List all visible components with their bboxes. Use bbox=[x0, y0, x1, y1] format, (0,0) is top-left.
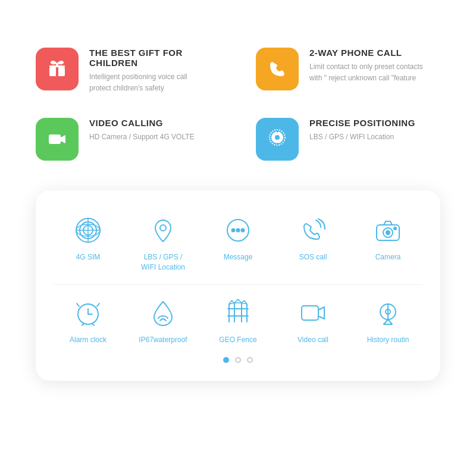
feature-location: PRECISE POSITIONING LBS / GPS / WIFI Loc… bbox=[256, 118, 440, 161]
videocall-label: Video call bbox=[298, 335, 328, 345]
alarmclock-icon bbox=[72, 297, 104, 329]
historyroutin-icon bbox=[372, 297, 404, 329]
gift-desc: Intelligent positioning voice callprotec… bbox=[89, 71, 220, 94]
icon-camera: Camera bbox=[353, 214, 422, 273]
gift-text: THE BEST GIFT FOR CHILDREN Intelligent p… bbox=[89, 48, 220, 94]
waterproof-label: IP67waterproof bbox=[139, 335, 187, 345]
videocall-icon bbox=[297, 297, 329, 329]
pagination-dot-3[interactable] bbox=[247, 357, 253, 363]
feature-video: VIDEO CALLING HD Camera / Support 4G VOL… bbox=[36, 118, 220, 161]
svg-point-6 bbox=[275, 135, 280, 140]
lbsgps-icon bbox=[147, 214, 179, 246]
features-card: 4G SIM LBS / GPS /WIFI Location Messag bbox=[36, 190, 440, 380]
icon-soscall: SOS call bbox=[278, 214, 347, 273]
svg-rect-4 bbox=[49, 134, 61, 144]
geofence-icon bbox=[222, 297, 254, 329]
message-label: Message bbox=[224, 252, 253, 262]
pagination-dot-2[interactable] bbox=[235, 357, 241, 363]
phone-icon bbox=[265, 57, 289, 81]
message-icon bbox=[222, 214, 254, 246]
page-container: THE BEST GIFT FOR CHILDREN Intelligent p… bbox=[0, 0, 476, 476]
svg-point-16 bbox=[232, 229, 235, 232]
gift-title: THE BEST GIFT FOR CHILDREN bbox=[89, 48, 220, 68]
feature-phone: 2-WAY PHONE CALL Limit contact to only p… bbox=[256, 48, 440, 94]
svg-point-21 bbox=[386, 231, 390, 234]
feature-gift: THE BEST GIFT FOR CHILDREN Intelligent p… bbox=[36, 48, 220, 94]
location-title: PRECISE POSITIONING bbox=[309, 118, 415, 128]
pagination bbox=[223, 357, 253, 363]
icon-lbsgps: LBS / GPS /WIFI Location bbox=[129, 214, 198, 273]
waterproof-icon bbox=[147, 297, 179, 329]
alarmclock-label: Alarm clock bbox=[70, 335, 107, 345]
svg-marker-33 bbox=[234, 299, 242, 303]
camera-label: Camera bbox=[375, 252, 401, 262]
video-icon-box bbox=[36, 118, 79, 161]
video-title: VIDEO CALLING bbox=[89, 118, 195, 128]
svg-point-14 bbox=[160, 225, 166, 231]
svg-line-37 bbox=[384, 320, 388, 324]
video-desc: HD Camera / Support 4G VOLTE bbox=[89, 131, 195, 143]
location-icon bbox=[265, 127, 289, 151]
divider bbox=[54, 284, 422, 285]
svg-marker-34 bbox=[242, 300, 247, 304]
svg-point-17 bbox=[237, 229, 240, 232]
soscall-label: SOS call bbox=[299, 252, 327, 262]
icon-message: Message bbox=[203, 214, 273, 273]
gift-icon bbox=[45, 57, 69, 81]
svg-rect-35 bbox=[302, 306, 318, 320]
icons-row1: 4G SIM LBS / GPS /WIFI Location Messag bbox=[54, 214, 422, 273]
4gsim-label: 4G SIM bbox=[76, 252, 101, 262]
lbsgps-label: LBS / GPS /WIFI Location bbox=[141, 252, 185, 273]
video-text: VIDEO CALLING HD Camera / Support 4G VOL… bbox=[89, 118, 195, 143]
geofence-label: GEO Fence bbox=[219, 335, 256, 345]
svg-point-22 bbox=[394, 227, 396, 230]
svg-rect-1 bbox=[49, 65, 65, 67]
historyroutin-label: History routin bbox=[367, 335, 409, 345]
pagination-dot-1[interactable] bbox=[223, 357, 229, 363]
svg-marker-32 bbox=[229, 300, 234, 304]
icon-geofence: GEO Fence bbox=[203, 297, 273, 345]
icon-historyroutin: History routin bbox=[353, 297, 422, 345]
icons-row2: Alarm clock IP67waterproof bbox=[54, 297, 422, 345]
phone-text: 2-WAY PHONE CALL Limit contact to only p… bbox=[309, 48, 423, 84]
location-text: PRECISE POSITIONING LBS / GPS / WIFI Loc… bbox=[309, 118, 415, 143]
4gsim-icon bbox=[72, 214, 104, 246]
icon-videocall: Video call bbox=[278, 297, 347, 345]
video-calling-icon bbox=[45, 127, 69, 151]
svg-point-18 bbox=[242, 229, 245, 232]
features-grid: THE BEST GIFT FOR CHILDREN Intelligent p… bbox=[36, 48, 440, 161]
phone-desc: Limit contact to only preset contactswit… bbox=[309, 61, 423, 84]
phone-icon-box bbox=[256, 48, 299, 90]
soscall-icon bbox=[297, 214, 329, 246]
gift-icon-box bbox=[36, 48, 79, 90]
svg-rect-3 bbox=[56, 67, 58, 76]
phone-title: 2-WAY PHONE CALL bbox=[309, 48, 423, 58]
icon-waterproof: IP67waterproof bbox=[129, 297, 198, 345]
location-icon-box bbox=[256, 118, 299, 161]
icon-alarmclock: Alarm clock bbox=[54, 297, 123, 345]
location-desc: LBS / GPS / WIFI Location bbox=[309, 131, 415, 143]
icon-4gsim: 4G SIM bbox=[54, 214, 123, 273]
svg-line-38 bbox=[388, 320, 392, 324]
camera-icon bbox=[372, 214, 404, 246]
